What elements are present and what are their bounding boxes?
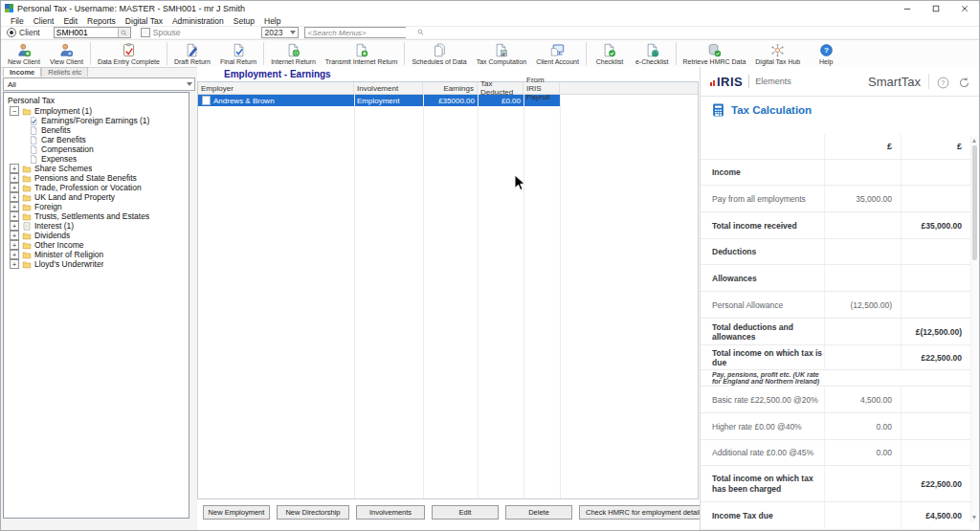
- page-title: Employment - Earnings: [224, 69, 331, 79]
- folder-icon: [22, 241, 32, 250]
- tree-item-compensation[interactable]: Compensation: [4, 144, 189, 154]
- calc-row-pay-from-employments: Pay from all employments35,000.00: [701, 186, 971, 212]
- folder-icon: [22, 212, 32, 221]
- grid-line: [560, 94, 561, 498]
- expand-icon[interactable]: [10, 211, 19, 221]
- retrieve-hmrc-data-button[interactable]: Retrieve HMRC Data: [679, 40, 751, 67]
- checklist-button[interactable]: Checklist: [589, 40, 631, 67]
- menu-setup[interactable]: Setup: [229, 16, 259, 26]
- client-search-icon[interactable]: [118, 28, 130, 37]
- e-checklist-button[interactable]: e-Checklist: [631, 40, 674, 67]
- expand-icon[interactable]: [10, 183, 19, 192]
- tree-item-other-income[interactable]: Other Income: [4, 240, 189, 250]
- tree-item-trusts-settlements-and-estates[interactable]: Trusts, Settlements and Estates: [4, 211, 189, 221]
- column-involvement[interactable]: Involvement: [354, 82, 423, 94]
- edit-button[interactable]: Edit: [432, 505, 499, 520]
- refresh-icon[interactable]: [958, 76, 970, 88]
- column-earnings[interactable]: Earnings: [423, 82, 478, 94]
- new-employment-button[interactable]: New Employment: [203, 505, 270, 520]
- search-menus-wrap: [304, 27, 406, 38]
- expand-icon[interactable]: [10, 192, 19, 202]
- involvements-button[interactable]: Involvements: [356, 505, 425, 520]
- expand-icon[interactable]: [10, 231, 19, 240]
- tree-filter-select[interactable]: All: [3, 77, 195, 91]
- tab-reliefs-etc[interactable]: Reliefs etc: [41, 67, 88, 77]
- tree-item-pensions-and-state-benefits[interactable]: Pensions and State Benefits: [4, 173, 189, 183]
- tax-calculation-heading: Tax Calculation: [712, 103, 812, 117]
- divider: [748, 75, 749, 88]
- expand-icon[interactable]: [10, 173, 19, 183]
- tree-item-foreign[interactable]: Foreign: [4, 202, 189, 211]
- tree-item-employment[interactable]: Employment (1): [4, 106, 189, 116]
- minimize-button[interactable]: [893, 1, 922, 15]
- expand-icon[interactable]: [10, 250, 19, 259]
- calc-row-higher-rate: Higher rate £0.00 @40%0.00: [701, 413, 971, 440]
- tree-item-earnings-foreign-earnings[interactable]: Earnings/Foreign Earnings (1): [4, 116, 189, 125]
- spouse-checkbox[interactable]: [141, 28, 150, 37]
- tree-item-trade-profession-or-vocation[interactable]: Trade, Profession or Vocation: [4, 183, 189, 192]
- table-row-selected[interactable]: Andrews & Brown Employment £35000.00 £0.…: [198, 95, 560, 106]
- tree-item-minister-of-religion[interactable]: Minister of Religion: [4, 250, 189, 259]
- expand-icon[interactable]: [10, 221, 19, 231]
- transmit-internet-return-button[interactable]: Transmit Internet Return: [321, 40, 403, 67]
- digital-tax-hub-button[interactable]: Digital Tax Hub: [750, 40, 805, 67]
- menu-administration[interactable]: Administration: [167, 16, 229, 26]
- final-return-button[interactable]: Final Return: [215, 40, 261, 67]
- column-from-iris-payroll[interactable]: From IRIS Payroll: [523, 82, 560, 94]
- expand-icon[interactable]: [10, 202, 19, 211]
- app-icon: [5, 4, 13, 12]
- search-menus-input[interactable]: [305, 28, 417, 37]
- help-circle-icon[interactable]: [937, 76, 949, 88]
- expand-icon[interactable]: [10, 164, 19, 173]
- calc-row-income: Income: [701, 160, 971, 186]
- tree-item-expenses[interactable]: Expenses: [4, 154, 189, 164]
- chevron-down-icon: [187, 82, 192, 86]
- tab-income[interactable]: Income: [3, 67, 41, 77]
- draft-return-button[interactable]: Draft Return: [169, 40, 215, 67]
- tree-item-dividends[interactable]: Dividends: [4, 231, 189, 240]
- column-employer[interactable]: Employer: [198, 82, 354, 94]
- internet-return-button[interactable]: Internet Return: [266, 40, 321, 67]
- restore-button[interactable]: [922, 1, 950, 15]
- person-icon: [58, 43, 75, 57]
- menu-edit[interactable]: Edit: [58, 16, 82, 26]
- client-code-input[interactable]: [55, 28, 118, 37]
- delete-button[interactable]: Delete: [505, 505, 572, 520]
- scroll-thumb[interactable]: [972, 145, 977, 260]
- window-title: Personal Tax - Username: MASTER - SMH001…: [17, 4, 245, 13]
- folder-icon: [22, 107, 32, 116]
- client-radio[interactable]: [7, 28, 16, 37]
- tree-item-car-benefits[interactable]: Car Benefits: [4, 135, 189, 144]
- column-tax-deducted[interactable]: Tax Deducted: [478, 82, 523, 94]
- collapse-icon[interactable]: [10, 106, 19, 116]
- help-button[interactable]: Help: [805, 40, 847, 67]
- scrollbar[interactable]: [970, 136, 978, 522]
- menu-file[interactable]: File: [6, 16, 29, 26]
- tree-item-lloyds-underwriter[interactable]: Lloyd's Underwriter: [4, 259, 189, 269]
- menu-help[interactable]: Help: [259, 16, 285, 26]
- expand-icon[interactable]: [10, 240, 19, 250]
- tree-item-uk-land-and-property[interactable]: UK Land and Property: [4, 192, 189, 202]
- menu-client[interactable]: Client: [29, 16, 59, 26]
- tree-item-benefits[interactable]: Benefits: [4, 125, 189, 135]
- new-client-button[interactable]: New Client: [3, 40, 45, 67]
- scroll-up-icon[interactable]: [972, 139, 976, 143]
- view-client-button[interactable]: View Client: [45, 40, 88, 67]
- schedules-of-data-button[interactable]: Schedules of Data: [407, 40, 471, 67]
- grid-line: [354, 94, 355, 498]
- tree-item-share-schemes[interactable]: Share Schemes: [4, 164, 189, 173]
- tree-item-interest[interactable]: Interest (1): [4, 221, 189, 231]
- client-account-button[interactable]: Client Account: [531, 40, 584, 67]
- menu-reports[interactable]: Reports: [82, 16, 121, 26]
- cell-earnings: £35000.00: [423, 95, 478, 106]
- menu-digital-tax[interactable]: Digital Tax: [121, 16, 167, 26]
- tax-year-select[interactable]: 2023: [261, 27, 299, 38]
- tax-computation-button[interactable]: Tax Computation: [472, 40, 532, 67]
- folder-icon: [22, 232, 32, 240]
- check-hmrc-button[interactable]: Check HMRC for employment details: [579, 505, 710, 520]
- expand-icon[interactable]: [10, 259, 19, 269]
- scroll-down-icon[interactable]: [972, 516, 976, 520]
- data-entry-complete-button[interactable]: Data Entry Complete: [93, 40, 165, 67]
- close-button[interactable]: [950, 1, 979, 15]
- new-directorship-button[interactable]: New Directorship: [277, 505, 349, 520]
